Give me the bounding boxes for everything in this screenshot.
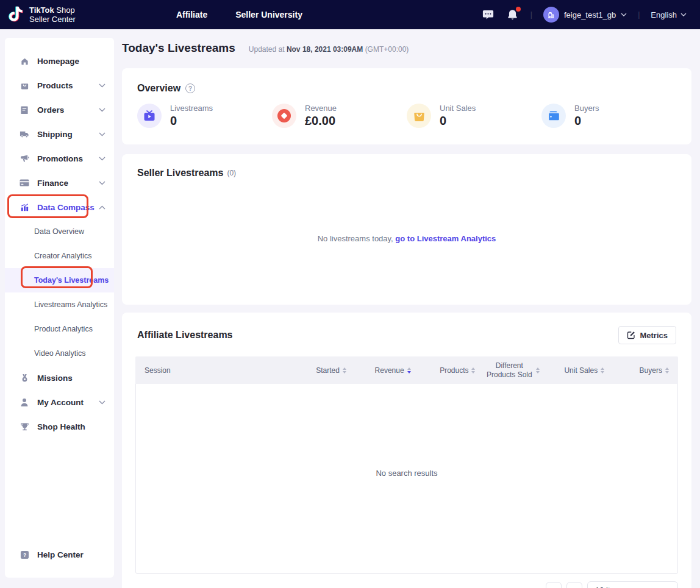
updated-timestamp: Updated at Nov 18, 2021 03:09AM (GMT+00:… (249, 45, 409, 54)
sidebar-item-label: Homepage (37, 57, 105, 66)
column-products: Products (411, 366, 476, 375)
sidebar-item-label: My Account (37, 398, 99, 407)
sidebar-subitem-label: Data Overview (34, 227, 84, 236)
metric-value: 0 (170, 114, 213, 128)
seller-livestreams-title: Seller Livestreams (137, 168, 223, 179)
sidebar-subitem-label: Product Analytics (34, 325, 93, 333)
sidebar-subitem-video-analytics[interactable]: Video Analytics (5, 341, 114, 366)
sidebar-subitem-livestreams-analytics[interactable]: Livestreams Analytics (5, 292, 114, 317)
topbar-separator: | (530, 10, 532, 19)
edit-icon (627, 331, 635, 339)
logo-text: TikTok Shop Seller Center (29, 5, 76, 24)
table-body-empty: No search results (135, 384, 678, 574)
revenue-coin-icon (272, 104, 296, 128)
column-session: Session (145, 366, 282, 375)
help-icon: ? (20, 550, 29, 559)
seller-livestreams-count: (0) (227, 169, 236, 177)
metric-buyers: Buyers 0 (541, 104, 676, 128)
metric-value: 0 (440, 114, 476, 128)
affiliate-header-row: Affiliate Livestreams Metrics (135, 326, 678, 344)
items-per-page-label: 10 items per page (595, 586, 659, 588)
chevron-down-icon (680, 13, 687, 16)
nav-affiliate[interactable]: Affiliate (176, 10, 207, 19)
chevron-down-icon (99, 400, 105, 405)
sidebar-item-data-compass[interactable]: Data Compass (5, 195, 114, 219)
notification-dot (516, 7, 521, 12)
metrics-button-label: Metrics (640, 331, 668, 340)
table-header: Session Started Revenue Products Differe… (135, 356, 678, 384)
tiktok-note-icon (9, 5, 24, 24)
sidebar-subitem-label: Livestreams Analytics (34, 300, 107, 309)
language-selector[interactable]: English (651, 10, 687, 19)
updated-time: Nov 18, 2021 03:09AM (287, 45, 363, 54)
sidebar-item-help-center[interactable]: ? Help Center (5, 542, 114, 567)
sidebar-item-shipping[interactable]: Shipping (5, 122, 114, 146)
sort-icon[interactable] (665, 367, 669, 374)
metric-value: £0.00 (305, 114, 337, 128)
updated-prefix: Updated at (249, 45, 285, 54)
page-title: Today's Livestreams (122, 41, 235, 55)
logo-line2: Seller Center (29, 15, 76, 24)
column-revenue: Revenue (346, 366, 411, 375)
user-menu[interactable]: feige_test1_gb (543, 7, 627, 23)
sidebar-subitem-data-overview[interactable]: Data Overview (5, 219, 114, 244)
sidebar-item-homepage[interactable]: Homepage (5, 49, 114, 73)
metric-label: Revenue (305, 104, 337, 113)
sidebar-subitem-label: Video Analytics (34, 349, 86, 358)
shop-health-icon (20, 422, 29, 431)
sidebar-item-label: Orders (37, 105, 99, 115)
tiktok-shop-logo[interactable]: TikTok Shop Seller Center (9, 5, 76, 24)
livestream-analytics-link[interactable]: go to Livestream Analytics (395, 234, 496, 243)
column-unit-sales: Unit Sales (540, 366, 604, 375)
column-label: Products (440, 366, 468, 375)
sidebar-subitem-todays-livestreams[interactable]: Today's Livestreams (5, 268, 114, 292)
help-question-icon[interactable]: ? (185, 83, 195, 93)
prev-page-button[interactable]: ‹ (546, 582, 562, 588)
chat-icon[interactable] (482, 8, 495, 21)
next-page-button[interactable]: › (566, 582, 582, 588)
livestream-tv-icon (137, 104, 162, 128)
shipping-icon (20, 129, 29, 139)
chevron-down-icon (99, 181, 105, 185)
chevron-down-icon (99, 157, 105, 161)
sidebar-item-label: Shipping (37, 130, 99, 139)
notification-bell-icon[interactable] (506, 8, 520, 21)
column-label: Buyers (640, 366, 662, 375)
sidebar-item-orders[interactable]: Orders (5, 97, 114, 122)
sidebar-subitem-product-analytics[interactable]: Product Analytics (5, 317, 114, 341)
topbar-separator: | (638, 10, 640, 19)
metric-label: Livestreams (170, 104, 213, 113)
column-label: Started (316, 366, 340, 375)
chevron-up-icon (99, 205, 105, 210)
help-center-row: ? Help Center (5, 542, 114, 567)
metric-revenue: Revenue £0.00 (272, 104, 407, 128)
sidebar-subitem-label: Creator Analytics (34, 252, 91, 260)
column-started: Started (282, 366, 346, 375)
home-icon (20, 56, 29, 66)
sidebar-item-promotions[interactable]: Promotions (5, 146, 114, 171)
username: feige_test1_gb (564, 10, 616, 19)
buyers-wallet-icon (541, 104, 566, 128)
sidebar-item-finance[interactable]: Finance (5, 171, 114, 195)
sidebar-item-label: Products (37, 81, 99, 90)
nav-seller-university[interactable]: Seller University (235, 10, 302, 19)
sidebar: Homepage Products Orders Shipping Promot… (5, 38, 114, 578)
sidebar-subitem-creator-analytics[interactable]: Creator Analytics (5, 244, 114, 268)
sidebar-item-shop-health[interactable]: Shop Health (5, 414, 114, 439)
pagination: ‹ › 10 items per page (135, 581, 678, 588)
sidebar-item-products[interactable]: Products (5, 73, 114, 97)
sidebar-item-my-account[interactable]: My Account (5, 390, 114, 414)
account-icon (20, 397, 29, 407)
metrics-button[interactable]: Metrics (618, 326, 676, 344)
topbar-nav: Affiliate Seller University (176, 10, 302, 19)
sidebar-item-label: Help Center (37, 550, 105, 559)
chevron-down-icon (621, 13, 627, 16)
metric-label: Unit Sales (440, 104, 476, 113)
logo-brand-suffix: Shop (56, 5, 74, 15)
orders-icon (20, 105, 29, 115)
sidebar-item-missions[interactable]: Missions (5, 366, 114, 390)
chevron-down-icon (99, 108, 105, 112)
items-per-page-select[interactable]: 10 items per page (587, 581, 678, 588)
column-label: Unit Sales (564, 366, 598, 375)
top-navigation-bar: TikTok Shop Seller Center Affiliate Sell… (0, 0, 700, 29)
